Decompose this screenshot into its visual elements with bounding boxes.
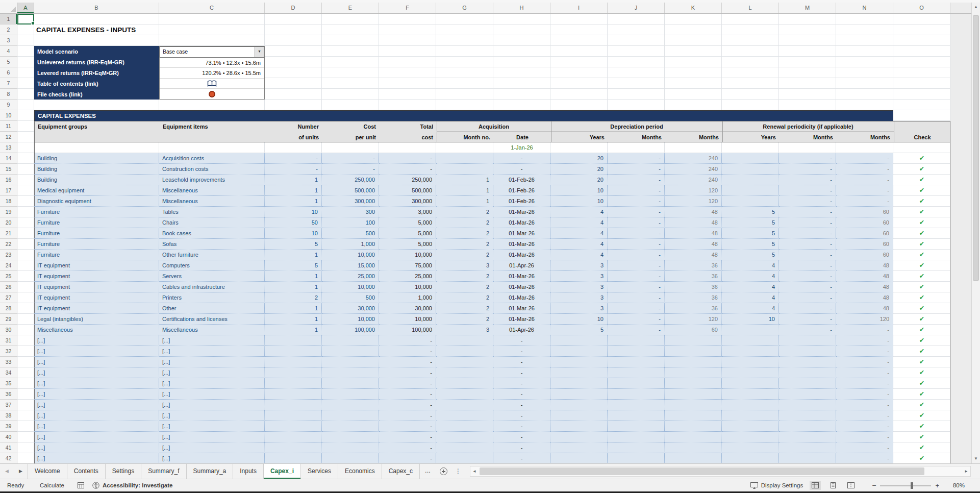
capex-cell-F38[interactable]: - [379,410,436,421]
capex-cell-M23[interactable]: - [779,250,836,260]
capex-cell-K17[interactable]: 120 [665,185,722,196]
vscroll-thumb[interactable] [973,15,979,281]
sheet-tab-contents[interactable]: Contents [67,464,106,479]
capex-cell-J29[interactable]: - [608,314,665,325]
capex-cell-K16[interactable]: 240 [665,175,722,185]
capex-cell-C42[interactable]: [...] [159,453,265,463]
page-break-view-icon[interactable] [845,481,857,490]
capex-cell-E37[interactable] [322,400,379,410]
capex-cell-M40[interactable] [779,432,836,442]
capex-cell-L20[interactable]: 5 [722,217,779,228]
capex-cell-L31[interactable] [722,335,779,346]
capex-cell-I24[interactable]: 3 [550,260,608,271]
capex-cell-F40[interactable]: - [379,432,436,442]
capex-cell-H40[interactable]: - [493,432,550,442]
capex-cell-H14[interactable]: - [493,153,550,164]
capex-cell-K20[interactable]: 48 [665,217,722,228]
capex-cell-L19[interactable]: 5 [722,207,779,217]
capex-cell-G35[interactable] [436,378,493,389]
capex-cell-G24[interactable]: 3 [436,260,493,271]
capex-cell-B32[interactable]: [...] [34,346,159,357]
sheet-tab-summary_a[interactable]: Summary_a [187,464,234,479]
tab-menu-kebab-icon[interactable]: ⋮ [451,464,465,479]
tab-scroll-left-icon[interactable]: ◀ [0,464,14,479]
capex-cell-E30[interactable]: 100,000 [322,325,379,335]
capex-cell-H33[interactable]: - [493,357,550,367]
capex-cell-M42[interactable] [779,453,836,463]
capex-cell-G15[interactable] [436,164,493,175]
capex-cell-J21[interactable]: - [608,228,665,239]
capex-cell-H28[interactable]: 01-Mar-26 [493,303,550,314]
capex-cell-I18[interactable]: 10 [550,196,608,207]
capex-cell-N16[interactable]: - [836,175,893,185]
capex-cell-B33[interactable]: [...] [34,357,159,367]
capex-cell-J20[interactable]: - [608,217,665,228]
capex-cell-M34[interactable] [779,367,836,378]
capex-cell-G38[interactable] [436,410,493,421]
capex-cell-B16[interactable]: Building [34,175,159,185]
capex-cell-G29[interactable]: 2 [436,314,493,325]
capex-cell-H39[interactable]: - [493,421,550,432]
capex-cell-F36[interactable]: - [379,389,436,400]
capex-cell-D42[interactable] [265,453,322,463]
capex-cell-L39[interactable] [722,421,779,432]
capex-cell-J28[interactable]: - [608,303,665,314]
capex-cell-F22[interactable]: 5,000 [379,239,436,250]
sheet-tab-inputs[interactable]: Inputs [233,464,264,479]
capex-cell-M24[interactable]: - [779,260,836,271]
capex-cell-G34[interactable] [436,367,493,378]
capex-cell-L34[interactable] [722,367,779,378]
capex-cell-C15[interactable]: Construction costs [159,164,265,175]
capex-cell-G21[interactable]: 2 [436,228,493,239]
capex-cell-M21[interactable]: - [779,228,836,239]
capex-cell-C40[interactable]: [...] [159,432,265,442]
capex-cell-M35[interactable] [779,378,836,389]
capex-cell-E23[interactable]: 10,000 [322,250,379,260]
capex-cell-J27[interactable]: - [608,292,665,303]
capex-cell-F20[interactable]: 5,000 [379,217,436,228]
scroll-up-icon[interactable]: ▲ [972,3,980,12]
capex-cell-B35[interactable]: [...] [34,378,159,389]
capex-cell-B22[interactable]: Furniture [34,239,159,250]
display-settings-button[interactable]: Display Settings [761,482,803,488]
capex-cell-F26[interactable]: 10,000 [379,282,436,292]
capex-cell-F30[interactable]: 100,000 [379,325,436,335]
capex-cell-K32[interactable] [665,346,722,357]
capex-cell-D20[interactable]: 50 [265,217,322,228]
capex-cell-H21[interactable]: 01-Mar-26 [493,228,550,239]
capex-cell-L25[interactable]: 4 [722,271,779,282]
capex-cell-C29[interactable]: Certifications and licenses [159,314,265,325]
capex-cell-F25[interactable]: 25,000 [379,271,436,282]
capex-cell-K18[interactable]: 120 [665,196,722,207]
capex-cell-K14[interactable]: 240 [665,153,722,164]
capex-cell-G41[interactable] [436,442,493,453]
capex-cell-I39[interactable] [550,421,608,432]
capex-cell-N35[interactable]: - [836,378,893,389]
capex-cell-I26[interactable]: 3 [550,282,608,292]
capex-cell-E39[interactable] [322,421,379,432]
capex-cell-G30[interactable]: 3 [436,325,493,335]
tabs-overflow-button[interactable]: ... [420,464,436,479]
capex-cell-I19[interactable]: 4 [550,207,608,217]
capex-cell-N41[interactable]: - [836,442,893,453]
capex-cell-H20[interactable]: 01-Mar-26 [493,217,550,228]
capex-cell-M31[interactable] [779,335,836,346]
capex-cell-G22[interactable]: 2 [436,239,493,250]
capex-cell-J26[interactable]: - [608,282,665,292]
sheet-tab-capex_c[interactable]: Capex_c [382,464,420,479]
capex-cell-C35[interactable]: [...] [159,378,265,389]
capex-cell-L21[interactable]: 5 [722,228,779,239]
capex-cell-M30[interactable]: - [779,325,836,335]
capex-cell-N23[interactable]: 60 [836,250,893,260]
capex-cell-B41[interactable]: [...] [34,442,159,453]
tab-scroll-right-icon[interactable]: ▶ [14,464,28,479]
horizontal-scrollbar[interactable]: ◄ ► [470,466,971,477]
capex-cell-F23[interactable]: 10,000 [379,250,436,260]
capex-cell-F19[interactable]: 3,000 [379,207,436,217]
capex-cell-K27[interactable]: 36 [665,292,722,303]
capex-cell-I42[interactable] [550,453,608,463]
capex-cell-B42[interactable]: [...] [34,453,159,463]
capex-cell-D14[interactable]: - [265,153,322,164]
capex-cell-K22[interactable]: 48 [665,239,722,250]
capex-cell-M41[interactable] [779,442,836,453]
